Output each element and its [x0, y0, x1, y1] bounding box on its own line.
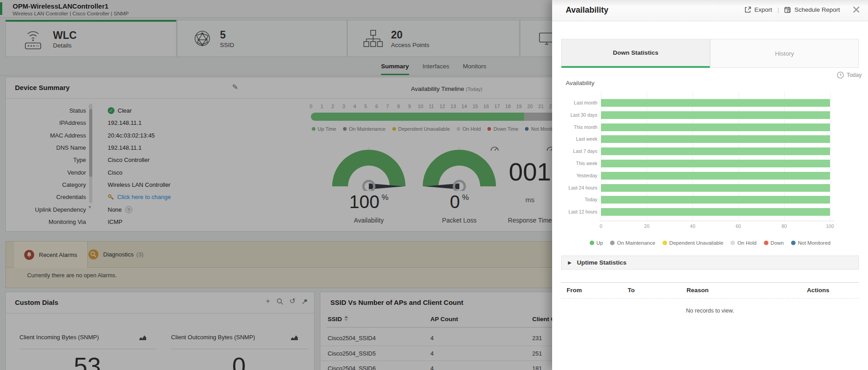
bar — [601, 172, 830, 180]
x-tick-label: 80 — [782, 223, 787, 229]
bar-row-yesterday: Yesterday — [552, 170, 860, 182]
accordion-label: Uptime Statistics — [577, 259, 627, 266]
x-tick-label: 0 — [600, 223, 602, 229]
bar — [601, 111, 830, 119]
bar — [601, 208, 830, 216]
bar-row-last-week: Last week — [552, 133, 860, 145]
column-header-reason[interactable]: Reason — [687, 287, 709, 294]
bar — [601, 196, 830, 204]
legend-up: Up — [590, 240, 603, 246]
bar — [601, 160, 830, 167]
bar-row-last-month: Last month — [552, 97, 860, 109]
chevron-right-icon: ▶ — [568, 260, 572, 265]
x-tick-label: 20 — [644, 223, 649, 229]
legend-not-monitored: Not Monitored — [791, 240, 830, 246]
bar — [601, 147, 830, 155]
records-table: FromToReasonActions — [561, 282, 859, 299]
column-header-actions[interactable]: Actions — [807, 287, 830, 294]
bar — [601, 184, 830, 192]
x-tick-label: 100 — [826, 223, 834, 229]
legend-dependent-unavailable: Dependent Unavailable — [663, 240, 724, 246]
bar-row-last-24-hours: Last 24 hours — [552, 182, 860, 194]
empty-table-message: No records to view. — [552, 308, 868, 314]
uptime-statistics-accordion[interactable]: ▶ Uptime Statistics — [561, 256, 859, 270]
legend-down: Down — [764, 240, 784, 246]
column-header-to[interactable]: To — [628, 287, 635, 294]
legend-on-hold: On Hold — [730, 240, 756, 246]
availability-bar-chart: 020406080100 Last month Last 30 days Thi… — [552, 0, 868, 235]
x-axis-line — [599, 221, 835, 221]
column-header-from[interactable]: From — [567, 287, 582, 294]
x-tick-label: 60 — [736, 223, 741, 229]
availability-panel: Availability Export | Schedul — [552, 0, 868, 370]
screen: OPM-WirelessLANController1 Wireless LAN … — [0, 0, 868, 370]
bar-row-last-12-hours: Last 12 hours — [552, 206, 860, 218]
bar — [601, 99, 830, 107]
bar-row-this-week: This week — [552, 157, 860, 170]
bar-row-last-30-days: Last 30 days — [552, 109, 860, 121]
bar-row-today: Today — [552, 194, 860, 206]
chart-legend: Up On Maintenance Dependent Unavailable … — [552, 240, 868, 246]
legend-on-maintenance: On Maintenance — [610, 240, 655, 246]
bar — [601, 123, 830, 131]
x-tick-label: 40 — [690, 223, 696, 229]
bar — [601, 135, 830, 143]
bar-row-this-month: This month — [552, 121, 860, 133]
bar-row-last-7-days: Last 7 days — [552, 145, 860, 157]
